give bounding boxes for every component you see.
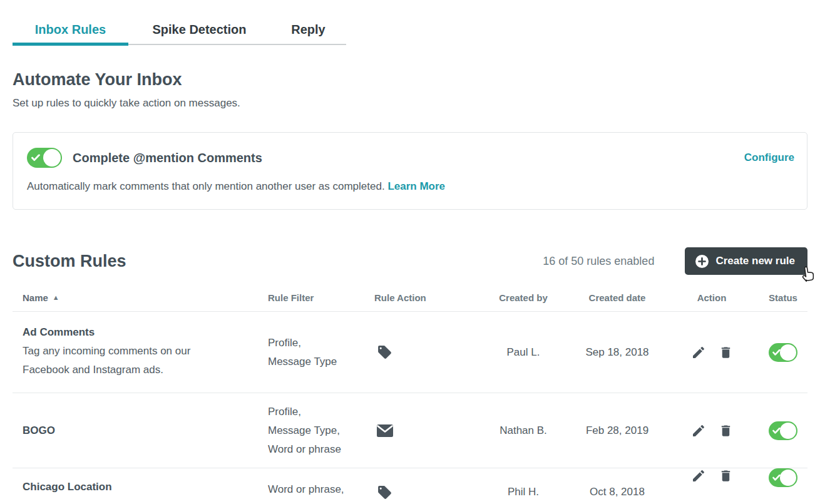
- cursor-pointer-icon: [798, 263, 817, 284]
- pencil-icon: [691, 468, 706, 483]
- delete-rule-button[interactable]: [719, 345, 733, 360]
- rule-action-cell: [364, 424, 477, 437]
- rule-status-toggle[interactable]: [769, 468, 797, 487]
- table-header-row: Name ▲ Rule Filter Rule Action Created b…: [13, 284, 807, 312]
- tab-spike-detection[interactable]: Spike Detection: [128, 15, 270, 44]
- page-title: Automate Your Inbox: [13, 70, 807, 90]
- table-row: BOGO Profile,Message Type,Word or phrase…: [13, 393, 807, 468]
- rule-action-cell: [364, 468, 477, 500]
- edit-rule-button[interactable]: [691, 423, 706, 438]
- rule-name: Chicago Location: [23, 480, 258, 494]
- table-row: Chicago Location Word or phrase, Phil H.…: [13, 468, 807, 504]
- created-by: Phil H.: [477, 468, 570, 498]
- custom-rules-table: Name ▲ Rule Filter Rule Action Created b…: [13, 284, 807, 504]
- check-icon: [31, 155, 40, 162]
- column-header-name[interactable]: Name ▲: [13, 292, 258, 303]
- pencil-icon: [691, 345, 706, 360]
- rule-name: BOGO: [23, 424, 258, 438]
- create-new-rule-label: Create new rule: [715, 255, 795, 267]
- sort-ascending-icon: ▲: [53, 294, 59, 301]
- rule-filter: Profile,Message Type,Word or phrase: [258, 403, 364, 459]
- table-row: Ad Comments Tag any incoming comments on…: [13, 312, 807, 393]
- created-date: Sep 18, 2018: [570, 346, 665, 359]
- column-header-rule-filter[interactable]: Rule Filter: [258, 292, 364, 303]
- trash-icon: [719, 468, 733, 483]
- envelope-icon: [377, 424, 393, 437]
- rule-status-toggle[interactable]: [769, 421, 797, 440]
- toggle-knob: [780, 470, 796, 486]
- created-by: Paul L.: [477, 346, 570, 359]
- pencil-icon: [691, 423, 706, 438]
- rule-description: Tag any incoming comments on our Faceboo…: [23, 342, 220, 379]
- rule-action-cell: [364, 344, 477, 360]
- delete-rule-button[interactable]: [719, 468, 733, 483]
- mention-card-description: Automatically mark comments that only me…: [27, 180, 794, 193]
- toggle-knob: [43, 149, 61, 167]
- toggle-knob: [780, 423, 796, 439]
- edit-rule-button[interactable]: [691, 468, 706, 483]
- created-date: Oct 8, 2018: [570, 468, 665, 498]
- rule-filter: Word or phrase,: [258, 468, 364, 499]
- rules-usage-count: 16 of 50 rules enabled: [543, 255, 654, 268]
- settings-tabs: Inbox Rules Spike Detection Reply: [13, 15, 346, 45]
- column-header-rule-action[interactable]: Rule Action: [364, 292, 477, 303]
- rule-name: Ad Comments: [23, 326, 258, 339]
- tag-icon: [377, 485, 392, 500]
- column-header-action: Action: [665, 292, 759, 303]
- create-new-rule-button[interactable]: Create new rule: [685, 247, 807, 275]
- delete-rule-button[interactable]: [719, 423, 733, 438]
- mention-rule-toggle[interactable]: [27, 148, 62, 168]
- mention-card-title: Complete @mention Comments: [73, 151, 262, 165]
- tag-icon: [377, 344, 392, 360]
- plus-icon: [695, 254, 709, 269]
- trash-icon: [719, 345, 733, 360]
- toggle-knob: [780, 344, 796, 361]
- tab-inbox-rules[interactable]: Inbox Rules: [13, 15, 128, 44]
- rule-filter: Profile,Message Type: [258, 334, 364, 371]
- created-by: Nathan B.: [477, 424, 570, 437]
- learn-more-link[interactable]: Learn More: [387, 180, 445, 192]
- configure-link[interactable]: Configure: [744, 152, 794, 164]
- column-header-created-by[interactable]: Created by: [477, 292, 570, 303]
- rule-status-toggle[interactable]: [769, 343, 797, 362]
- mention-comments-card: Complete @mention Comments Configure Aut…: [13, 132, 807, 210]
- column-header-name-label: Name: [23, 292, 48, 303]
- custom-rules-title: Custom Rules: [13, 252, 126, 271]
- tab-reply[interactable]: Reply: [270, 15, 346, 44]
- page-subtitle: Set up rules to quickly take action on m…: [13, 97, 807, 110]
- table-body: Ad Comments Tag any incoming comments on…: [13, 312, 807, 504]
- column-header-status: Status: [759, 292, 807, 303]
- created-date: Feb 28, 2019: [570, 424, 665, 437]
- edit-rule-button[interactable]: [691, 345, 706, 360]
- trash-icon: [719, 423, 733, 438]
- column-header-created-date[interactable]: Created date: [570, 292, 665, 303]
- mention-card-description-text: Automatically mark comments that only me…: [27, 180, 387, 192]
